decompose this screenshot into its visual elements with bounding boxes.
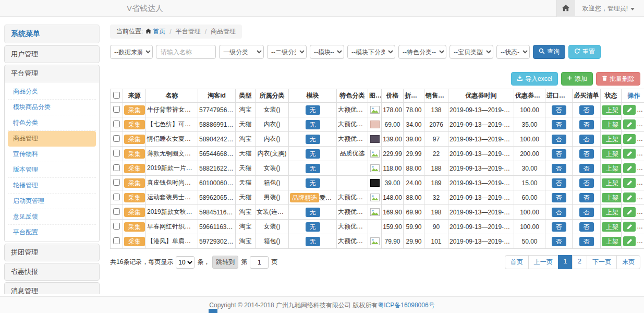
- status-on-shelf-badge[interactable]: 上架: [602, 193, 622, 202]
- sidebar-item-2[interactable]: 拼团管理: [5, 244, 99, 261]
- must-buy-no-badge[interactable]: 否: [579, 208, 594, 217]
- name-search-input[interactable]: [156, 45, 216, 59]
- filter-select-0[interactable]: --数据来源--: [110, 45, 153, 59]
- import-no-badge[interactable]: 否: [552, 222, 566, 232]
- pager-button-2[interactable]: 1: [558, 255, 573, 269]
- cell-module: 无: [289, 161, 337, 176]
- table-row: 采集【港风】单肩斜跨链条...597293020870淘宝箱包()无大额优惠券7…: [111, 234, 644, 249]
- status-on-shelf-badge[interactable]: 上架: [602, 105, 622, 115]
- module-none-badge: 无: [306, 105, 320, 115]
- must-buy-no-badge[interactable]: 否: [579, 237, 594, 246]
- sidebar-subitem-1-9[interactable]: 平台配置: [8, 225, 96, 240]
- edit-button[interactable]: [623, 207, 636, 217]
- import-no-badge[interactable]: 否: [552, 135, 566, 144]
- row-checkbox[interactable]: [113, 164, 120, 171]
- edit-button[interactable]: [623, 149, 636, 159]
- filter-select-4[interactable]: --模块下分类--: [347, 45, 395, 59]
- filter-select-3[interactable]: --模块--: [310, 45, 344, 59]
- filter-select-2[interactable]: --二级分类--: [267, 45, 307, 59]
- per-page-select[interactable]: 10: [176, 256, 195, 269]
- edit-button[interactable]: [623, 178, 636, 188]
- sidebar-item-1[interactable]: 平台管理: [5, 65, 99, 82]
- sidebar-item-0[interactable]: 用户管理: [5, 46, 99, 63]
- plus-icon: [567, 75, 573, 82]
- sidebar-subitem-1-4[interactable]: 宣传物料: [8, 147, 96, 162]
- icp-link[interactable]: 粤ICP备16098006号: [378, 302, 434, 309]
- must-buy-no-badge[interactable]: 否: [579, 222, 594, 232]
- edit-button[interactable]: [623, 105, 636, 115]
- status-on-shelf-badge[interactable]: 上架: [602, 164, 622, 173]
- row-checkbox[interactable]: [113, 208, 120, 215]
- must-buy-no-badge[interactable]: 否: [579, 178, 594, 188]
- reset-button[interactable]: 重置: [568, 45, 601, 59]
- edit-button[interactable]: [623, 192, 636, 202]
- import-no-badge[interactable]: 否: [552, 149, 566, 159]
- import-no-badge[interactable]: 否: [552, 105, 566, 115]
- status-on-shelf-badge[interactable]: 上架: [602, 178, 622, 188]
- row-checkbox[interactable]: [113, 194, 120, 200]
- sidebar-subitem-1-8[interactable]: 意见反馈: [8, 209, 96, 225]
- edit-button[interactable]: [623, 222, 636, 232]
- must-buy-no-badge[interactable]: 否: [579, 193, 594, 202]
- import-no-badge[interactable]: 否: [552, 178, 566, 188]
- status-on-shelf-badge[interactable]: 上架: [602, 135, 622, 144]
- row-checkbox[interactable]: [113, 223, 120, 230]
- select-all-checkbox[interactable]: [113, 92, 120, 99]
- must-buy-no-badge[interactable]: 否: [579, 149, 594, 159]
- row-checkbox[interactable]: [113, 121, 120, 127]
- breadcrumb-separator: /: [203, 28, 208, 35]
- import-no-badge[interactable]: 否: [552, 237, 566, 246]
- edit-button[interactable]: [623, 236, 636, 246]
- status-on-shelf-badge[interactable]: 上架: [602, 120, 622, 129]
- edit-button[interactable]: [623, 119, 636, 129]
- status-on-shelf-badge[interactable]: 上架: [602, 237, 622, 246]
- sidebar-subitem-1-3[interactable]: 商品管理: [8, 131, 96, 147]
- import-no-badge[interactable]: 否: [552, 164, 566, 173]
- filter-select-7[interactable]: --状态--: [496, 45, 530, 59]
- sidebar-subitem-1-7[interactable]: 启动页管理: [8, 194, 96, 209]
- edit-button[interactable]: [623, 163, 636, 173]
- search-button[interactable]: 查询: [533, 45, 565, 59]
- breadcrumb-home-link[interactable]: 首页: [145, 27, 165, 36]
- jump-button[interactable]: 跳转到: [212, 256, 238, 269]
- home-button[interactable]: [556, 0, 575, 17]
- pager-button-3[interactable]: 2: [572, 255, 587, 269]
- sidebar-item-4[interactable]: 消息管理: [5, 283, 99, 294]
- must-buy-no-badge[interactable]: 否: [579, 120, 594, 129]
- filter-select-1[interactable]: 一级分类: [219, 45, 264, 59]
- row-checkbox[interactable]: [113, 135, 120, 142]
- status-on-shelf-badge[interactable]: 上架: [602, 222, 622, 232]
- sidebar-subitem-1-2[interactable]: 特色分类: [8, 115, 96, 131]
- must-buy-no-badge[interactable]: 否: [579, 105, 594, 115]
- batch-delete-button[interactable]: 批量删除: [596, 72, 640, 86]
- breadcrumb-item-platform[interactable]: 平台管理: [176, 27, 201, 36]
- pager-button-4[interactable]: 下一页: [587, 255, 617, 269]
- must-buy-no-badge[interactable]: 否: [579, 135, 594, 144]
- page-number-input[interactable]: [250, 256, 269, 269]
- user-menu[interactable]: 欢迎您，管理员!: [582, 4, 635, 13]
- filter-select-6[interactable]: --宝贝类型--: [449, 45, 493, 59]
- pager-button-0[interactable]: 首页: [505, 255, 529, 269]
- pager-button-1[interactable]: 上一页: [528, 255, 558, 269]
- import-no-badge[interactable]: 否: [552, 193, 566, 202]
- sidebar-subitem-1-0[interactable]: 商品分类: [8, 84, 96, 100]
- row-checkbox[interactable]: [113, 179, 120, 186]
- filter-select-5[interactable]: --特色分类--: [398, 45, 446, 59]
- sidebar-subitem-1-6[interactable]: 轮播管理: [8, 178, 96, 194]
- edit-button[interactable]: [623, 134, 636, 144]
- sidebar-subitem-1-5[interactable]: 版本管理: [8, 162, 96, 178]
- row-checkbox[interactable]: [113, 150, 120, 156]
- sidebar-subitem-1-1[interactable]: 模块商品分类: [8, 100, 96, 115]
- breadcrumb-item-goods[interactable]: 商品管理: [211, 27, 236, 36]
- sidebar-item-3[interactable]: 省惠快报: [5, 263, 99, 280]
- import-excel-button[interactable]: 导入excel: [511, 72, 558, 86]
- import-no-badge[interactable]: 否: [552, 120, 566, 129]
- add-button[interactable]: 添加: [561, 72, 593, 86]
- must-buy-no-badge[interactable]: 否: [579, 164, 594, 173]
- status-on-shelf-badge[interactable]: 上架: [602, 149, 622, 159]
- row-checkbox[interactable]: [113, 106, 120, 113]
- status-on-shelf-badge[interactable]: 上架: [602, 208, 622, 217]
- pager-button-5[interactable]: 末页: [616, 255, 640, 269]
- import-no-badge[interactable]: 否: [552, 208, 566, 217]
- row-checkbox[interactable]: [113, 237, 120, 244]
